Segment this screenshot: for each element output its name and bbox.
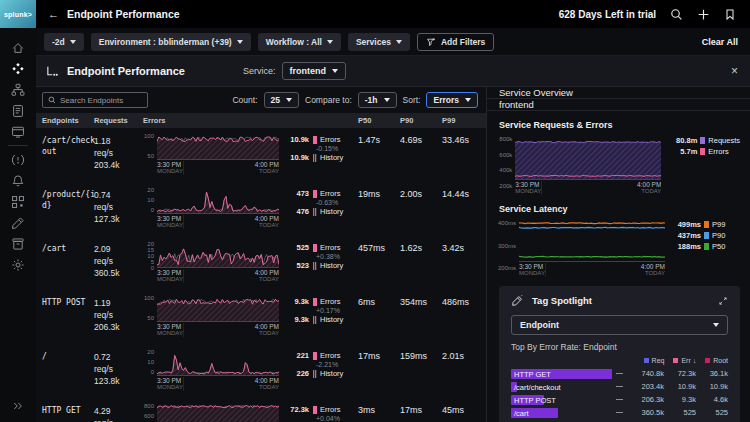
trial-countdown: 628 Days Left in trial: [559, 9, 656, 20]
tag-sparkline-placeholder: [612, 373, 626, 374]
search-icon[interactable]: [670, 8, 683, 21]
sidebar-item-apm[interactable]: [6, 58, 30, 79]
requests-errors-title: Service Requests & Errors: [487, 111, 750, 134]
time-range-pill[interactable]: -2d: [44, 33, 84, 51]
count-dropdown[interactable]: 25: [264, 92, 299, 108]
chart-legend: 72.3kErrors +0.04% 72.3kHistory: [285, 405, 357, 422]
service-selector-group: Service: frontend: [243, 62, 346, 80]
service-name-row[interactable]: frontend: [487, 99, 750, 111]
p99-chip: [704, 221, 709, 228]
expand-icon[interactable]: [718, 296, 728, 306]
errors-chip: [313, 244, 317, 252]
tag-dropdown[interactable]: Endpoint: [511, 315, 728, 335]
clear-all-button[interactable]: Clear All: [702, 37, 738, 47]
close-icon[interactable]: ×: [731, 64, 738, 78]
errors-sparkline[interactable]: [157, 186, 279, 214]
x-axis: 3:30 PMMONDAY 4:00 PMTODAY: [157, 215, 279, 229]
endpoint-row[interactable]: / 0.72 req/s 123.8k 20100 3:30 PMMONDAY …: [36, 344, 486, 398]
errors-chip: [313, 352, 317, 360]
y-axis: 20100: [140, 348, 157, 376]
errors-sparkline[interactable]: [157, 240, 279, 268]
tag-root-value: 36.1k: [696, 369, 728, 378]
endpoint-row[interactable]: /product/{id} 0.74 req/s 127.3k 20100 3:…: [36, 182, 486, 236]
create-plus-icon[interactable]: [697, 8, 710, 21]
back-button[interactable]: ←: [48, 8, 59, 20]
x-axis: 3:30 PMMONDAY 4:00 PMTODAY: [519, 263, 665, 277]
req-chip: [644, 358, 649, 363]
services-pill[interactable]: Services: [348, 33, 410, 51]
trace-icon: [45, 65, 58, 78]
endpoint-name[interactable]: /: [42, 351, 96, 362]
x-axis: 3:30 PMMONDAY 4:00 PMTODAY: [157, 161, 279, 175]
tag-row[interactable]: HTTP POST 206.3k 9.3k 4.6k: [511, 394, 728, 405]
endpoint-name[interactable]: HTTP POST: [42, 297, 96, 308]
service-dropdown[interactable]: frontend: [282, 62, 347, 80]
sidebar-item-storage[interactable]: [6, 233, 30, 254]
p50-value: 1.47s: [358, 135, 380, 145]
tag-row[interactable]: /cart 360.5k 525 525: [511, 407, 728, 418]
sidebar-item-log-observer[interactable]: [6, 100, 30, 121]
workflow-value: Workflow : All: [266, 37, 322, 47]
errors-sparkline[interactable]: [157, 348, 279, 376]
home-icon: [11, 41, 25, 55]
endpoint-name[interactable]: /cart/checkout: [42, 135, 96, 157]
endpoint-row[interactable]: HTTP POST 1.19 req/s 206.3k 10050 3:30 P…: [36, 290, 486, 344]
tag-row[interactable]: HTTP GET 740.8k 72.3k 36.1k: [511, 368, 728, 379]
sidebar-item-dashboards[interactable]: [6, 121, 30, 142]
chevron-down-icon: [396, 40, 402, 44]
p50-value: 457ms: [358, 243, 385, 253]
sidebar-item-settings[interactable]: [6, 254, 30, 275]
add-filters-label: Add Filters: [441, 37, 485, 47]
sort-value: Errors: [433, 95, 459, 105]
endpoint-name[interactable]: HTTP GET: [42, 405, 96, 416]
service-overview-title: Service Overview: [499, 87, 573, 98]
chart-legend: 10.9kErrors -0.15% 10.9kHistory: [285, 135, 357, 162]
add-filters-button[interactable]: Add Filters: [417, 33, 494, 51]
p99-value: 33.46s: [442, 135, 469, 145]
latency-chart[interactable]: 400ms300ms200ms 3:30 PMMONDAY 4:00 PMTOD…: [487, 218, 750, 277]
endpoint-search[interactable]: [42, 92, 148, 108]
bookmark-icon[interactable]: [724, 8, 736, 21]
search-input[interactable]: [60, 96, 140, 105]
errors-sparkline[interactable]: [157, 402, 279, 422]
endpoint-name[interactable]: /product/{id}: [42, 189, 96, 211]
errors-sparkline[interactable]: [157, 132, 279, 160]
endpoint-row[interactable]: HTTP GET 4.29 req/s 800600400 3:30 PMMON…: [36, 398, 486, 422]
tag-root-value: 10.9k: [696, 382, 728, 391]
environment-pill[interactable]: Environment : bblinderman (+39): [91, 33, 251, 51]
errors-sparkline[interactable]: [157, 294, 279, 322]
sidebar-item-alerts[interactable]: [6, 149, 30, 170]
notifications-icon: [11, 174, 25, 188]
p90-value: 159ms: [400, 351, 427, 361]
errors-chart: 10050 3:30 PMMONDAY 4:00 PMTODAY: [140, 294, 279, 337]
col-p99: P99: [442, 116, 455, 125]
tag-name: HTTP POST: [514, 396, 556, 405]
workflow-pill[interactable]: Workflow : All: [258, 33, 341, 51]
sidebar-item-notifications[interactable]: [6, 170, 30, 191]
splunk-logo[interactable]: splunk>: [0, 0, 36, 28]
tag-err-value: 9.3k: [664, 395, 696, 404]
sort-dropdown[interactable]: Errors: [426, 92, 478, 108]
tag-name: /cart/checkout: [514, 383, 561, 392]
endpoint-name[interactable]: /cart: [42, 243, 96, 254]
latency-sparkline[interactable]: [519, 218, 665, 262]
sidebar-item-data-management[interactable]: [6, 191, 30, 212]
endpoint-row[interactable]: /cart/checkout 1.18 req/s 203.4k 10050 3…: [36, 128, 486, 182]
tag-spotlight-title: Tag Spotlight: [532, 295, 592, 306]
compare-dropdown[interactable]: -1h: [358, 92, 397, 108]
requests-errors-chart[interactable]: 800k600k400k200k 3:30 PMMONDAY 4:00 PMTO…: [487, 134, 750, 195]
history-chip: [313, 262, 317, 270]
requests-errors-sparkline[interactable]: [515, 134, 661, 180]
sidebar-item-infrastructure[interactable]: [6, 79, 30, 100]
sidebar-expand-button[interactable]: [0, 400, 36, 412]
endpoint-requests: 4.29 req/s: [94, 405, 140, 422]
endpoint-requests: 2.09 req/s 360.5k: [94, 243, 140, 279]
tag-row[interactable]: /cart/checkout 203.4k 10.9k 10.9k: [511, 381, 728, 392]
sidebar-item-home[interactable]: [6, 37, 30, 58]
endpoint-row[interactable]: /cart 2.09 req/s 360.5k 20151050 3:30 PM…: [36, 236, 486, 290]
endpoint-requests: 0.74 req/s 127.3k: [94, 189, 140, 225]
err-chip: [673, 358, 678, 363]
x-axis: 3:30 PMMONDAY 4:00 PMTODAY: [157, 269, 279, 283]
history-chip: [313, 370, 317, 378]
sidebar-item-annotations[interactable]: [6, 212, 30, 233]
